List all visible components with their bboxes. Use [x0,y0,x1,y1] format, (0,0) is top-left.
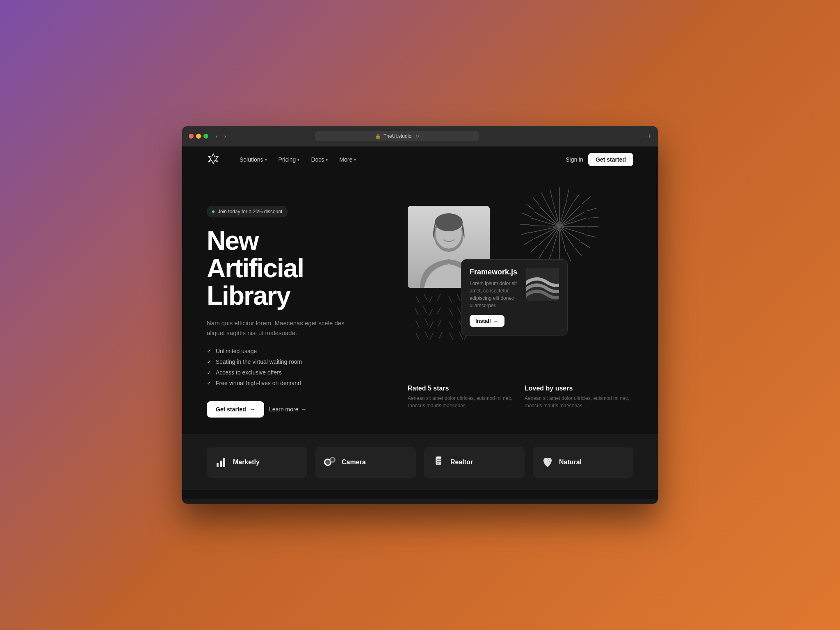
feature-label: Unlimited usage [216,348,257,354]
svg-line-44 [567,189,569,199]
svg-rect-87 [436,457,441,458]
hero-right: Framework.js Lorem ipsum dolor sit amet,… [404,198,633,418]
badge-dot [212,210,215,213]
feature-item: ✓ Free virtual high-fives on demand [207,380,379,386]
arrow-right-icon: → [249,406,255,413]
svg-line-74 [439,332,442,339]
svg-line-50 [416,296,419,303]
browser-chrome: ‹ › 🔒 TheUI.studio ↻ + [182,126,658,146]
feature-label: Seating in the virtual waiting room [216,358,302,365]
address-bar[interactable]: 🔒 TheUI.studio ↻ [315,131,479,141]
svg-line-23 [582,197,590,204]
brand-card-camera[interactable]: Camera [315,447,416,478]
stat-title: Rated 5 stars [408,385,512,392]
svg-line-29 [575,248,582,256]
svg-line-62 [458,308,461,314]
svg-line-68 [450,322,453,328]
stat-rated: Rated 5 stars Aenean sit amet dolor ultr… [408,385,512,409]
svg-line-65 [425,319,428,325]
svg-point-85 [331,458,334,461]
stat-loved: Loved by users Aenean sit amet dolor ult… [525,385,629,409]
svg-point-49 [435,213,463,231]
chevron-down-icon: ▾ [265,158,267,162]
hero-cta: Get started → Learn more → [207,401,379,418]
svg-line-75 [450,333,453,340]
svg-line-9 [552,226,559,252]
svg-line-42 [550,189,552,199]
logo[interactable] [207,152,220,167]
svg-rect-81 [223,458,225,467]
discount-badge: Join today for a 20% discount [207,206,288,217]
brand-card-natural[interactable]: Natural [533,447,633,478]
feature-item: ✓ Unlimited usage [207,348,379,354]
chevron-down-icon: ▾ [326,158,328,162]
svg-line-35 [525,240,533,244]
nav-docs[interactable]: Docs ▾ [306,154,333,165]
stats-section: Rated 5 stars Aenean sit amet dolor ultr… [404,385,633,409]
svg-line-34 [531,246,537,252]
install-button[interactable]: Install → [470,315,504,327]
brand-card-marketly[interactable]: Marketly [207,447,307,478]
svg-line-19 [552,200,559,226]
framework-card: Framework.js Lorem ipsum dolor sit amet,… [461,259,568,336]
badge-text: Join today for a 20% discount [218,209,282,215]
hero-description: Nam quis efficitur lorem. Maecenas eget … [207,318,354,338]
svg-line-13 [531,226,559,233]
lock-icon: 🔒 [375,133,381,139]
check-icon: ✓ [207,380,212,386]
back-button[interactable]: ‹ [213,132,220,140]
svg-line-27 [585,235,596,237]
svg-line-25 [588,217,598,218]
svg-line-61 [450,309,453,316]
svg-line-41 [541,193,546,201]
framework-info: Framework.js Lorem ipsum dolor sit amet,… [470,268,521,327]
browser-nav-arrows: ‹ › [213,132,228,140]
svg-line-24 [587,208,597,211]
svg-line-52 [429,296,432,303]
svg-point-83 [325,460,330,465]
feature-label: Free virtual high-fives on demand [216,380,301,386]
svg-line-73 [430,333,433,340]
learn-more-button[interactable]: Learn more → [269,406,307,413]
svg-line-72 [425,331,428,338]
svg-line-58 [423,306,427,313]
nav-right: Sign in Get started [566,153,633,166]
brand-name-camera: Camera [342,459,366,466]
hero-title: New Artificial Library [207,227,379,310]
chevron-down-icon: ▾ [354,158,356,162]
check-icon: ✓ [207,358,212,365]
url-text: TheUI.studio [383,133,411,139]
brand-card-realtor[interactable]: Realtor [424,447,525,478]
new-tab-button[interactable]: + [647,132,651,141]
minimize-button[interactable] [196,134,201,139]
framework-title: Framework.js [470,268,521,276]
svg-line-6 [559,226,574,247]
nav-solutions[interactable]: Solutions ▾ [235,154,272,165]
maximize-button[interactable] [203,134,208,139]
svg-line-71 [416,333,419,340]
forward-button[interactable]: › [222,132,229,140]
hero-title-line2: Artificial [207,253,304,283]
svg-line-38 [523,213,531,217]
sign-in-button[interactable]: Sign in [566,156,583,163]
svg-line-28 [581,242,590,248]
svg-line-51 [424,294,427,301]
svg-line-60 [437,308,441,314]
svg-rect-79 [217,463,219,467]
svg-line-36 [522,232,530,235]
traffic-lights [189,134,208,139]
starburst-decoration [518,185,600,267]
brand-name-natural: Natural [559,459,582,466]
close-button[interactable] [189,134,194,139]
nav-more[interactable]: More ▾ [334,154,361,165]
svg-line-66 [430,322,433,328]
reload-icon: ↻ [415,134,419,139]
feature-item: ✓ Seating in the virtual waiting room [207,358,379,365]
nav-pricing[interactable]: Pricing ▾ [274,154,305,165]
svg-line-14 [530,226,559,226]
brand-name-realtor: Realtor [450,459,473,466]
get-started-nav-button[interactable]: Get started [588,153,633,166]
get-started-hero-button[interactable]: Get started → [207,401,264,418]
hero-section: Join today for a 20% discount New Artifi… [182,173,658,434]
svg-line-33 [539,250,544,258]
